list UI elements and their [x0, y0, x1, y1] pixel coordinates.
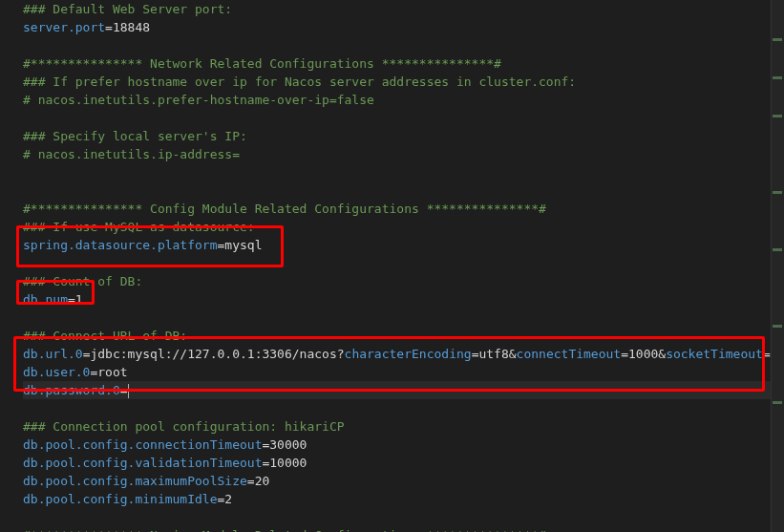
comment-text: ### Connect URL of DB:	[23, 329, 187, 343]
code-line[interactable]: ### Specify local server's IP:	[23, 127, 784, 145]
property-key: db.pool.config.maximumPoolSize	[23, 474, 247, 488]
code-line[interactable]	[23, 399, 784, 417]
code-line[interactable]: server.port=18848	[23, 18, 784, 36]
equals-sign: =	[621, 347, 628, 361]
url-param: characterEncoding	[345, 347, 472, 361]
code-line[interactable]: db.password.0=	[23, 381, 784, 399]
comment-text: #*************** Config Module Related C…	[23, 202, 546, 216]
text-cursor	[128, 384, 129, 398]
code-line[interactable]: ### Connection pool configuration: hikar…	[23, 417, 784, 436]
property-key: db.url.0	[23, 347, 83, 361]
property-key: db.password.0	[23, 383, 120, 397]
code-line[interactable]	[23, 181, 784, 200]
code-line[interactable]: ### If use MySQL as datasource:	[23, 218, 784, 236]
code-line[interactable]	[23, 254, 784, 272]
equals-sign: =	[68, 292, 75, 307]
code-line[interactable]: db.pool.config.minimumIdle=2	[23, 490, 784, 508]
code-line[interactable]: db.url.0=jdbc:mysql://127.0.0.1:3306/nac…	[23, 345, 784, 363]
comment-text: ### Default Web Server port:	[23, 2, 232, 16]
comment-text: #*************** Network Related Configu…	[23, 56, 501, 71]
code-line[interactable]: #*************** Config Module Related C…	[23, 200, 784, 218]
property-value: 30000	[269, 437, 307, 452]
property-key: db.user.0	[23, 365, 90, 379]
code-line[interactable]: ### Connect URL of DB:	[23, 327, 784, 345]
code-line[interactable]: db.num=1	[23, 290, 784, 309]
code-line[interactable]: db.pool.config.maximumPoolSize=20	[23, 472, 784, 490]
code-line[interactable]: ### If prefer hostname over ip for Nacos…	[23, 73, 784, 91]
code-line[interactable]: ### Default Web Server port:	[23, 0, 784, 18]
url-param-value: 1000	[628, 347, 658, 361]
property-key: db.pool.config.connectionTimeout	[23, 437, 262, 452]
url-separator: &	[509, 347, 517, 361]
property-key: spring.datasource.platform	[23, 238, 218, 252]
code-line[interactable]: spring.datasource.platform=mysql	[23, 236, 784, 254]
code-line[interactable]	[23, 309, 784, 327]
property-key: server.port	[23, 20, 105, 34]
comment-text: ### If use MySQL as datasource:	[23, 220, 255, 234]
code-line[interactable]: db.user.0=root	[23, 363, 784, 381]
property-value: 20	[255, 474, 270, 488]
code-line[interactable]: # nacos.inetutils.prefer-hostname-over-i…	[23, 91, 784, 109]
comment-text: ### If prefer hostname over ip for Nacos…	[23, 74, 576, 89]
property-value: 18848	[113, 20, 150, 34]
comment-text: ### Count of DB:	[23, 274, 142, 288]
comment-text: # nacos.inetutils.prefer-hostname-over-i…	[23, 93, 374, 107]
property-key: db.num	[23, 292, 68, 307]
property-key: db.pool.config.validationTimeout	[23, 456, 262, 470]
comment-text: ### Connection pool configuration: hikar…	[23, 419, 345, 434]
code-line[interactable]: #*************** Naming Module Related C…	[23, 526, 784, 532]
code-editor[interactable]: ### Default Web Server port:server.port=…	[0, 0, 784, 532]
code-line[interactable]: db.pool.config.connectionTimeout=30000	[23, 436, 784, 454]
url-param: connectTimeout	[517, 347, 622, 361]
equals-sign: =	[763, 347, 771, 361]
code-line[interactable]: db.pool.config.validationTimeout=10000	[23, 454, 784, 472]
property-value: 1	[75, 292, 83, 307]
url-prefix: jdbc:mysql://127.0.0.1:3306/nacos?	[90, 347, 344, 361]
url-separator: &	[658, 347, 666, 361]
property-value: 10000	[269, 456, 307, 470]
equals-sign: =	[120, 383, 128, 397]
comment-text: #*************** Naming Module Related C…	[23, 528, 546, 532]
code-line[interactable]	[23, 163, 784, 181]
code-line[interactable]: ### Count of DB:	[23, 272, 784, 290]
equals-sign: =	[247, 474, 255, 488]
comment-text: # nacos.inetutils.ip-address=	[23, 147, 240, 161]
minimap[interactable]	[771, 0, 784, 532]
comment-text: ### Specify local server's IP:	[23, 129, 247, 143]
url-param-value: utf8	[478, 347, 508, 361]
url-param: socketTimeout	[666, 347, 763, 361]
code-line[interactable]	[23, 508, 784, 526]
code-line[interactable]: # nacos.inetutils.ip-address=	[23, 145, 784, 163]
code-line[interactable]	[23, 36, 784, 54]
property-key: db.pool.config.minimumIdle	[23, 492, 218, 506]
property-value: 2	[224, 492, 232, 506]
code-line[interactable]	[23, 109, 784, 127]
equals-sign: =	[105, 20, 113, 34]
property-value: mysql	[224, 238, 262, 252]
property-value: root	[97, 365, 127, 379]
code-line[interactable]: #*************** Network Related Configu…	[23, 54, 784, 73]
